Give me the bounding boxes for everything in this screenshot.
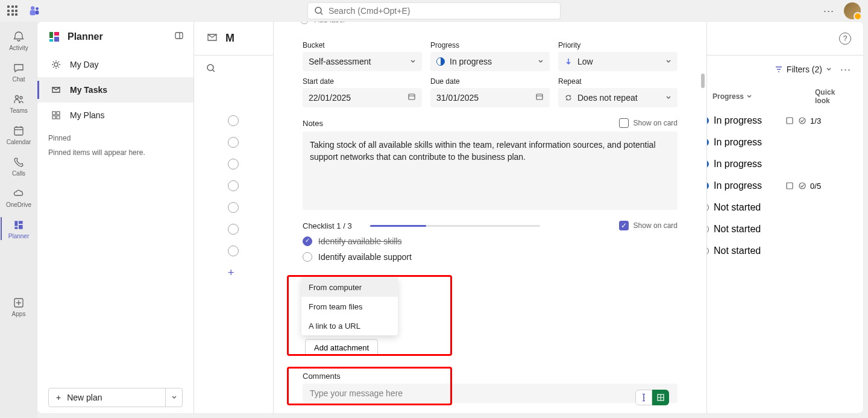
grid-icon bbox=[51, 110, 61, 121]
new-plan-button[interactable]: + New plan bbox=[48, 388, 183, 407]
search-field[interactable] bbox=[329, 6, 554, 16]
rail-apps[interactable]: Apps bbox=[1, 291, 37, 321]
svg-rect-15 bbox=[175, 33, 183, 39]
nav-myplans[interactable]: My Plans bbox=[37, 103, 193, 128]
task-checkbox[interactable] bbox=[228, 137, 239, 148]
filters-button[interactable]: Filters (2) bbox=[775, 65, 832, 74]
rail-teams[interactable]: Teams bbox=[1, 88, 37, 118]
newplan-dropdown[interactable] bbox=[165, 388, 182, 407]
progress-select[interactable]: In progress bbox=[430, 52, 550, 71]
task-checkbox[interactable] bbox=[228, 180, 239, 191]
notes-textarea[interactable]: Taking stock of all available skills wit… bbox=[303, 131, 678, 210]
attach-from-computer[interactable]: From computer bbox=[301, 277, 398, 297]
checklist-item[interactable]: Identify available support bbox=[303, 252, 678, 262]
bucket-label: Bucket bbox=[303, 41, 422, 49]
svg-rect-39 bbox=[409, 94, 415, 100]
startdate-label: Start date bbox=[303, 77, 422, 86]
showcard-checklist-checkbox[interactable]: ✓ bbox=[619, 221, 629, 230]
add-label[interactable]: Add label bbox=[315, 22, 345, 24]
add-label-icon[interactable] bbox=[300, 22, 309, 24]
rail-calls-label: Calls bbox=[12, 170, 25, 177]
rail-calendar[interactable]: Calendar bbox=[1, 119, 37, 150]
svg-point-38 bbox=[799, 183, 805, 189]
search-input[interactable] bbox=[307, 2, 561, 19]
comment-input[interactable]: Type your message here bbox=[303, 384, 678, 403]
rail-apps-label: Apps bbox=[12, 311, 26, 317]
panel-toggle-icon[interactable] bbox=[174, 31, 184, 43]
excel-button[interactable] bbox=[652, 390, 669, 405]
user-avatar[interactable] bbox=[844, 2, 861, 19]
svg-point-7 bbox=[20, 97, 22, 99]
nav-myday[interactable]: My Day bbox=[37, 52, 193, 77]
search-icon[interactable] bbox=[206, 63, 216, 75]
repeat-select[interactable]: Does not repeat bbox=[558, 88, 678, 107]
chevron-down-icon bbox=[410, 57, 416, 66]
checkbox-icon[interactable] bbox=[303, 252, 312, 262]
scrollbar[interactable] bbox=[699, 49, 706, 407]
rail-calls[interactable]: Calls bbox=[1, 151, 37, 181]
checkbox-icon[interactable] bbox=[303, 236, 312, 246]
rail-activity[interactable]: Activity bbox=[1, 25, 37, 55]
progress-icon bbox=[436, 57, 445, 66]
svg-point-17 bbox=[54, 63, 58, 66]
add-task-button[interactable]: + bbox=[228, 267, 239, 277]
help-icon[interactable]: ? bbox=[839, 33, 851, 45]
startdate-input[interactable]: 22/01/2025 bbox=[303, 88, 422, 107]
showcard-notes-checkbox[interactable] bbox=[619, 118, 629, 128]
planner-logo-icon bbox=[47, 30, 61, 44]
comments-label: Comments bbox=[303, 372, 341, 381]
duedate-input[interactable]: 31/01/2025 bbox=[430, 88, 550, 107]
task-checkbox[interactable] bbox=[228, 224, 239, 235]
task-checkbox[interactable] bbox=[228, 115, 239, 126]
nav-mytasks[interactable]: My Tasks bbox=[37, 77, 193, 103]
nav-myplans-label: My Plans bbox=[70, 110, 105, 120]
svg-line-5 bbox=[321, 13, 322, 14]
attach-from-team[interactable]: From team files bbox=[301, 297, 398, 316]
task-checkbox[interactable] bbox=[228, 245, 239, 256]
rail-activity-label: Activity bbox=[9, 45, 28, 51]
showcard-label: Show on card bbox=[634, 221, 678, 230]
envelope-icon bbox=[206, 31, 218, 46]
add-attachment-button[interactable]: Add attachment bbox=[305, 339, 378, 356]
checklist-item[interactable]: Identify available skills bbox=[303, 236, 678, 246]
rail-chat[interactable]: Chat bbox=[1, 57, 37, 87]
svg-rect-28 bbox=[52, 116, 55, 119]
svg-rect-29 bbox=[57, 116, 60, 119]
more-icon[interactable]: ··· bbox=[840, 63, 851, 76]
svg-rect-26 bbox=[52, 112, 55, 115]
progress-column[interactable]: Progress bbox=[712, 88, 767, 105]
more-icon[interactable]: ··· bbox=[823, 5, 834, 17]
task-checkbox[interactable] bbox=[228, 159, 239, 169]
filter-icon bbox=[775, 65, 783, 74]
rail-chat-label: Chat bbox=[12, 76, 25, 83]
nav-mytasks-label: My Tasks bbox=[70, 85, 107, 95]
svg-line-23 bbox=[58, 67, 60, 68]
teams-icon[interactable] bbox=[28, 4, 41, 17]
chevron-down-icon bbox=[665, 93, 671, 103]
waffle-icon[interactable] bbox=[7, 5, 18, 16]
rail-planner[interactable]: Planner bbox=[1, 214, 37, 244]
svg-rect-27 bbox=[57, 112, 60, 115]
attach-link[interactable]: A link to a URL bbox=[301, 316, 398, 335]
progress-label: Progress bbox=[430, 41, 550, 49]
svg-point-36 bbox=[799, 118, 805, 124]
attachment-menu: From computer From team files A link to … bbox=[301, 277, 398, 335]
rail-onedrive[interactable]: OneDrive bbox=[1, 182, 37, 212]
rail-planner-label: Planner bbox=[8, 233, 29, 239]
planner-title: Planner bbox=[68, 31, 168, 42]
chevron-down-icon bbox=[538, 57, 544, 66]
svg-line-25 bbox=[58, 62, 60, 63]
quicklook-column: Quick look bbox=[815, 88, 851, 105]
plus-icon: + bbox=[56, 393, 61, 402]
repeat-icon bbox=[564, 93, 573, 102]
rail-calendar-label: Calendar bbox=[7, 139, 31, 145]
nav-myday-label: My Day bbox=[70, 60, 98, 69]
chevron-down-icon bbox=[665, 57, 671, 66]
arrow-down-icon bbox=[564, 57, 573, 66]
priority-select[interactable]: Low bbox=[558, 52, 678, 71]
bucket-select[interactable]: Self-assessment bbox=[303, 52, 422, 71]
duedate-label: Due date bbox=[430, 77, 550, 86]
svg-rect-2 bbox=[30, 10, 36, 15]
copilot-button[interactable] bbox=[635, 390, 652, 405]
task-checkbox[interactable] bbox=[228, 202, 239, 213]
